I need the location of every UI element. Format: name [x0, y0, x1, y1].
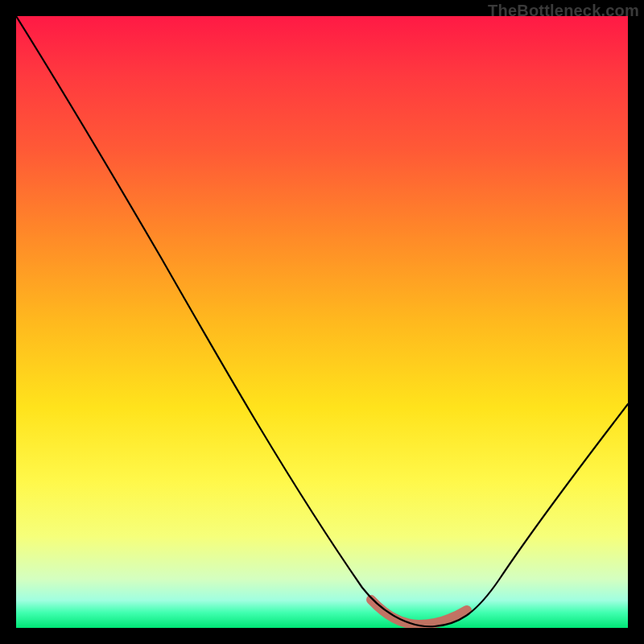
bottleneck-curve — [16, 16, 628, 626]
plot-area — [16, 16, 628, 628]
chart-frame: TheBottleneck.com — [0, 0, 644, 644]
optimal-zone-highlight — [371, 600, 467, 625]
curve-svg — [16, 16, 628, 628]
